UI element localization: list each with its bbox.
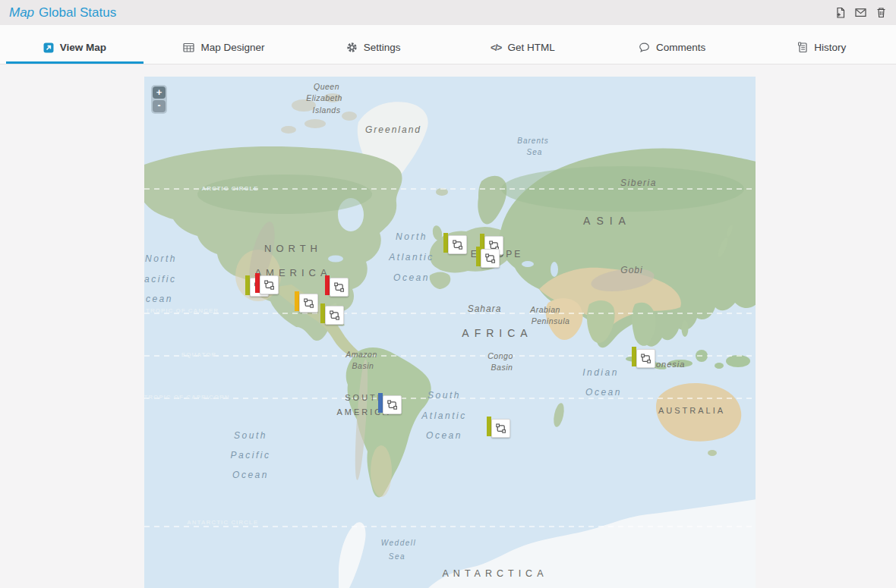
process-node-icon [325, 306, 344, 325]
map-zoom-control: + - [151, 85, 167, 114]
process-node-icon [299, 294, 318, 313]
tab-settings[interactable]: Settings [298, 25, 448, 64]
title-actions [834, 7, 887, 18]
email-icon[interactable] [855, 7, 866, 18]
map-marker-red[interactable] [325, 275, 349, 298]
tab-label: Get HTML [507, 42, 554, 53]
tab-label: Comments [656, 42, 705, 53]
zoom-in-button[interactable]: + [153, 86, 166, 99]
get-html-icon: </> [491, 42, 501, 53]
page-title-prefix: Map [9, 5, 34, 20]
tab-label: History [814, 42, 846, 53]
comments-icon [639, 42, 650, 53]
tab-view-map[interactable]: View Map [0, 25, 150, 64]
process-node-icon [636, 349, 655, 368]
map-marker-olive[interactable] [320, 303, 345, 326]
process-node-icon [448, 235, 467, 254]
tab-bar: View MapMap DesignerSettings</>Get HTMLC… [0, 25, 896, 64]
tab-label: View Map [60, 42, 106, 53]
map-marker-olive[interactable] [487, 417, 511, 439]
tab-label: Settings [364, 42, 401, 53]
history-icon [797, 42, 808, 53]
add-document-icon[interactable] [834, 7, 846, 18]
content-area: QueenElizabethIslandsGreenlandBarentsSea… [0, 64, 896, 588]
process-node-icon [481, 249, 500, 268]
trash-icon[interactable] [875, 7, 887, 18]
map-marker-red[interactable] [255, 273, 279, 296]
map-marker-olive[interactable] [443, 233, 468, 256]
map-marker-olive[interactable] [632, 347, 656, 369]
tab-map-designer[interactable]: Map Designer [150, 25, 299, 64]
map-designer-icon [183, 42, 194, 53]
process-node-icon [383, 395, 402, 414]
map-marker-olive[interactable] [476, 247, 500, 269]
page-title: MapGlobal Status [9, 5, 116, 20]
view-map-icon [43, 42, 54, 53]
settings-gear-icon [346, 42, 358, 53]
tab-history[interactable]: History [746, 25, 896, 64]
process-node-icon [330, 278, 349, 297]
process-node-icon [260, 275, 279, 294]
map-marker-amber[interactable] [295, 291, 319, 314]
tab-comments[interactable]: Comments [598, 25, 747, 64]
title-bar: MapGlobal Status [0, 0, 896, 25]
tab-get-html[interactable]: </>Get HTML [448, 25, 598, 64]
map-marker-blue[interactable] [378, 393, 402, 416]
tab-label: Map Designer [200, 42, 264, 53]
process-node-icon [491, 419, 510, 438]
page-title-text: Global Status [39, 5, 116, 20]
zoom-out-button[interactable]: - [153, 100, 166, 112]
world-map-panel[interactable]: QueenElizabethIslandsGreenlandBarentsSea… [144, 77, 756, 588]
map-markers-layer [144, 77, 756, 588]
